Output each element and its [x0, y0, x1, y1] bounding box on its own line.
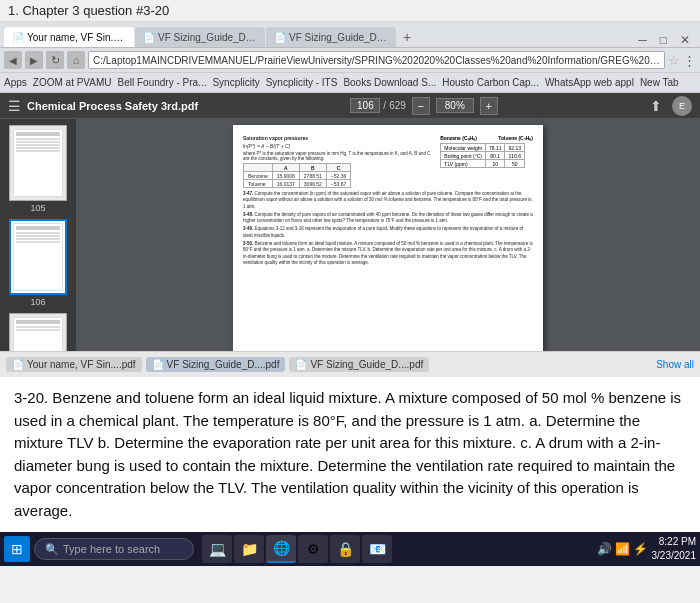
- tab-label2: VF Sizing_Guide_D....pdf: [158, 32, 257, 43]
- thumbnail-105[interactable]: 105: [7, 125, 69, 213]
- tray-time: 8:22 PM: [652, 535, 697, 549]
- tab-pdf1[interactable]: 📄 Your name, VF Sin....pdf: [4, 27, 134, 47]
- address-bar[interactable]: C:/Laptop1MAINCDRIVEMMANUEL/PrairieViewU…: [88, 51, 665, 69]
- pdf-page-input[interactable]: [350, 98, 380, 113]
- tab-label3: VF Sizing_Guide_D....pdf: [289, 32, 388, 43]
- tab-label1: Your name, VF Sin....pdf: [27, 32, 126, 43]
- taskbar-app-4[interactable]: ⚙: [298, 535, 328, 563]
- thumbnail-label-106: 106: [30, 297, 45, 307]
- open-file-2[interactable]: 📄 VF Sizing_Guide_D....pdf: [146, 357, 286, 372]
- taskbar-app-3[interactable]: 🌐: [266, 535, 296, 563]
- pdf-zoom-in[interactable]: +: [480, 97, 498, 115]
- pdf-total-pages: 629: [389, 100, 406, 111]
- taskbar-app-1[interactable]: 💻: [202, 535, 232, 563]
- bookmarks-bar: Apps ZOOM at PVAMU Bell Foundry - Pra...…: [0, 73, 700, 93]
- start-button[interactable]: ⊞: [4, 536, 30, 562]
- thumbnail-107[interactable]: 107: [7, 313, 69, 351]
- tab-pdf2[interactable]: 📄 VF Sizing_Guide_D....pdf: [135, 27, 265, 47]
- tray-date: 3/23/2021: [652, 549, 697, 563]
- file-label-3: VF Sizing_Guide_D....pdf: [310, 359, 423, 370]
- home-button[interactable]: ⌂: [67, 51, 85, 69]
- pdf-sidebar: 105 106: [0, 119, 76, 351]
- tab-pdf-icon2: 📄: [143, 32, 155, 43]
- file-label-1: Your name, VF Sin....pdf: [27, 359, 136, 370]
- pdf-page-separator: /: [383, 100, 386, 111]
- menu-button[interactable]: ⋮: [683, 53, 696, 68]
- taskbar-search-box[interactable]: 🔍 Type here to search: [34, 538, 194, 560]
- bookmark-housto[interactable]: Housto Carbon Cap...: [442, 77, 539, 88]
- file-icon-3: 📄: [295, 359, 307, 370]
- window-maximize[interactable]: □: [654, 33, 673, 47]
- bookmark-zoom[interactable]: ZOOM at PVAMU: [33, 77, 112, 88]
- browser-tabs-bar: 📄 Your name, VF Sin....pdf 📄 VF Sizing_G…: [0, 22, 700, 48]
- browser-toolbar: ◀ ▶ ↻ ⌂ C:/Laptop1MAINCDRIVEMMANUEL/Prai…: [0, 48, 700, 73]
- window-close[interactable]: ✕: [674, 33, 696, 47]
- pdf-menu-icon[interactable]: ☰: [8, 98, 21, 114]
- tray-icon-3[interactable]: ⚡: [633, 542, 648, 556]
- pdf-upload-icon[interactable]: ⬆: [650, 98, 662, 114]
- tab-pdf3[interactable]: 📄 VF Sizing_Guide_D....pdf: [266, 27, 396, 47]
- title-text: 1. Chapter 3 question #3-20: [8, 3, 169, 18]
- window-minimize[interactable]: ─: [632, 33, 653, 47]
- pdf-zoom-input[interactable]: [436, 98, 474, 113]
- address-text: C:/Laptop1MAINCDRIVEMMANUEL/PrairieViewU…: [93, 55, 660, 66]
- star-button[interactable]: ☆: [668, 53, 680, 68]
- refresh-button[interactable]: ↻: [46, 51, 64, 69]
- tab-pdf-icon3: 📄: [274, 32, 286, 43]
- thumbnail-106[interactable]: 106: [7, 219, 69, 307]
- bookmark-sync1[interactable]: Syncplicity: [212, 77, 259, 88]
- tray-clock[interactable]: 8:22 PM 3/23/2021: [652, 535, 697, 563]
- tray-icon-1[interactable]: 🔊: [597, 542, 612, 556]
- bookmark-newtab[interactable]: New Tab: [640, 77, 679, 88]
- pdf-page-area: Benzene (C₆H₆) Toluene (C₇H₈) Molecular …: [76, 119, 700, 351]
- new-tab-button[interactable]: +: [397, 27, 417, 47]
- search-icon: 🔍: [45, 543, 59, 556]
- title-bar: 1. Chapter 3 question #3-20: [0, 0, 700, 22]
- open-file-1[interactable]: 📄 Your name, VF Sin....pdf: [6, 357, 142, 372]
- pdf-toolbar: ☰ Chemical Process Safety 3rd.pdf / 629 …: [0, 93, 700, 119]
- open-files-bar: 📄 Your name, VF Sin....pdf 📄 VF Sizing_G…: [0, 351, 700, 377]
- file-label-2: VF Sizing_Guide_D....pdf: [167, 359, 280, 370]
- taskbar-app-5[interactable]: 🔒: [330, 535, 360, 563]
- thumbnail-label-105: 105: [30, 203, 45, 213]
- back-button[interactable]: ◀: [4, 51, 22, 69]
- taskbar-app-6[interactable]: 📧: [362, 535, 392, 563]
- bookmark-books[interactable]: Books Download S...: [343, 77, 436, 88]
- bookmark-apps[interactable]: Apps: [4, 77, 27, 88]
- tab-pdf-icon1: 📄: [12, 32, 24, 43]
- pdf-viewer: ☰ Chemical Process Safety 3rd.pdf / 629 …: [0, 93, 700, 351]
- question-number: 3-20.: [14, 389, 48, 406]
- pdf-zoom-out[interactable]: −: [412, 97, 430, 115]
- tray-icons-group: 🔊 📶 ⚡: [597, 542, 648, 556]
- pdf-page-info: / 629: [350, 98, 405, 113]
- pdf-main: 105 106: [0, 119, 700, 351]
- question-area: 3-20. Benzene and toluene form an ideal …: [0, 377, 700, 532]
- file-icon-1: 📄: [12, 359, 24, 370]
- pdf-title: Chemical Process Safety 3rd.pdf: [27, 100, 198, 112]
- tray-area: 🔊 📶 ⚡ 8:22 PM 3/23/2021: [597, 535, 697, 563]
- file-icon-2: 📄: [152, 359, 164, 370]
- tray-icon-2[interactable]: 📶: [615, 542, 630, 556]
- pdf-table-section: Benzene (C₆H₆) Toluene (C₇H₈) Molecular …: [440, 135, 533, 168]
- question-text: Benzene and toluene form an ideal liquid…: [14, 389, 681, 519]
- pdf-page: Benzene (C₆H₆) Toluene (C₇H₈) Molecular …: [233, 125, 543, 351]
- taskbar: ⊞ 🔍 Type here to search 💻 📁 🌐 ⚙ 🔒 📧 🔊 📶 …: [0, 532, 700, 566]
- open-file-3[interactable]: 📄 VF Sizing_Guide_D....pdf: [289, 357, 429, 372]
- taskbar-app-2[interactable]: 📁: [234, 535, 264, 563]
- bookmark-sync2[interactable]: Syncplicity - ITS: [266, 77, 338, 88]
- forward-button[interactable]: ▶: [25, 51, 43, 69]
- taskbar-apps-group: 💻 📁 🌐 ⚙ 🔒 📧: [202, 535, 392, 563]
- bookmark-bell[interactable]: Bell Foundry - Pra...: [118, 77, 207, 88]
- show-all-button[interactable]: Show all: [656, 359, 694, 370]
- pdf-user-avatar: E: [672, 96, 692, 116]
- bookmark-whatsapp[interactable]: WhatsApp web appl: [545, 77, 634, 88]
- taskbar-search-placeholder: Type here to search: [63, 543, 160, 555]
